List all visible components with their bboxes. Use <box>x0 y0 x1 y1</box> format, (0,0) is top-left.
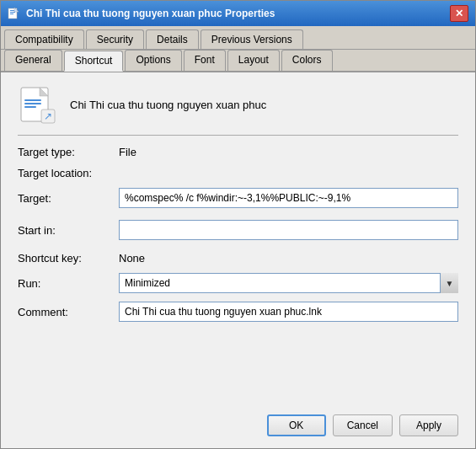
comment-input[interactable] <box>119 302 458 322</box>
run-select-wrapper: Normal window Minimized Maximized ▼ <box>119 273 458 293</box>
svg-rect-6 <box>24 103 41 104</box>
run-label: Run: <box>18 277 119 290</box>
start-in-row: Start in: <box>18 220 458 240</box>
svg-text:↗: ↗ <box>44 110 52 122</box>
shortcut-key-value: None <box>119 252 145 265</box>
run-select[interactable]: Normal window Minimized Maximized <box>119 273 458 293</box>
svg-rect-5 <box>24 99 41 101</box>
comment-label: Comment: <box>18 306 119 318</box>
target-type-label: Target type: <box>18 146 119 158</box>
tab-colors[interactable]: Colors <box>281 50 333 71</box>
title-bar-left: Chi Thi cua thu tuong nguyen xuan phuc P… <box>8 7 275 20</box>
tab-font[interactable]: Font <box>184 50 226 71</box>
tab-compatibility[interactable]: Compatibility <box>4 29 84 49</box>
svg-rect-3 <box>10 13 13 14</box>
start-in-input[interactable] <box>119 220 458 240</box>
dialog-buttons: OK Cancel Apply <box>18 406 458 436</box>
tab-general[interactable]: General <box>4 50 62 71</box>
ok-button[interactable]: OK <box>267 414 326 436</box>
tab-layout[interactable]: Layout <box>227 50 280 71</box>
target-location-label: Target location: <box>18 167 119 179</box>
title-bar: Chi Thi cua thu tuong nguyen xuan phuc P… <box>1 1 475 26</box>
apply-button[interactable]: Apply <box>399 414 458 436</box>
tab-details[interactable]: Details <box>146 29 199 49</box>
file-title: Chi Thi cua thu tuong nguyen xuan phuc <box>70 99 266 111</box>
tabs-row-2: General Shortcut Options Font Layout Col… <box>1 50 475 72</box>
window-icon <box>8 7 21 20</box>
target-location-row: Target location: <box>18 167 458 179</box>
close-button[interactable]: ✕ <box>450 5 468 22</box>
content-area: ↗ Chi Thi cua thu tuong nguyen xuan phuc… <box>1 72 475 448</box>
file-header: ↗ Chi Thi cua thu tuong nguyen xuan phuc <box>18 84 458 136</box>
tab-options[interactable]: Options <box>125 50 181 71</box>
target-type-row: Target type: File <box>18 146 458 158</box>
tab-previous-versions[interactable]: Previous Versions <box>201 29 303 49</box>
shortcut-key-row: Shortcut key: None <box>18 252 458 265</box>
target-row: Target: <box>18 188 458 208</box>
target-input[interactable] <box>119 188 458 208</box>
cancel-button[interactable]: Cancel <box>333 414 393 436</box>
window-title: Chi Thi cua thu tuong nguyen xuan phuc P… <box>26 8 275 19</box>
svg-rect-7 <box>24 106 36 108</box>
tabs-row-1: Compatibility Security Details Previous … <box>1 26 475 50</box>
target-label: Target: <box>18 192 119 205</box>
comment-row: Comment: <box>18 302 458 322</box>
properties-window: Chi Thi cua thu tuong nguyen xuan phuc P… <box>0 0 476 449</box>
start-in-label: Start in: <box>18 224 119 237</box>
file-icon: ↗ <box>18 84 58 125</box>
tab-shortcut[interactable]: Shortcut <box>64 51 124 72</box>
tab-security[interactable]: Security <box>86 29 144 49</box>
shortcut-key-label: Shortcut key: <box>18 252 119 265</box>
target-type-value: File <box>119 146 136 158</box>
run-row: Run: Normal window Minimized Maximized ▼ <box>18 273 458 293</box>
